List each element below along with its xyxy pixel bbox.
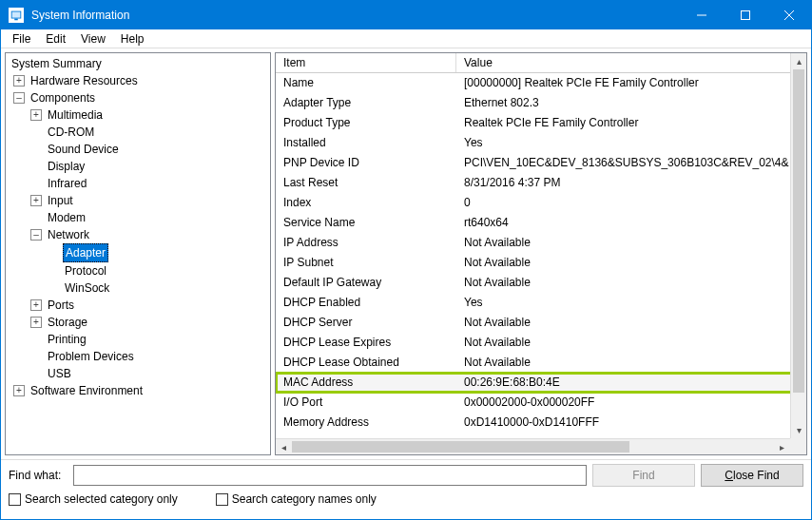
collapse-icon[interactable]: – (30, 229, 42, 241)
collapse-icon[interactable]: – (13, 92, 25, 104)
detail-item: IP Address (283, 233, 464, 253)
app-icon (9, 8, 24, 23)
scroll-left-icon[interactable]: ◂ (276, 439, 292, 454)
detail-row[interactable]: DHCP EnabledYes (276, 293, 806, 313)
minimize-button[interactable] (680, 1, 724, 29)
detail-header: Item Value (276, 53, 806, 73)
detail-value: Not Available (464, 273, 799, 293)
detail-value: Not Available (464, 233, 799, 253)
detail-body: Name[00000000] Realtek PCIe FE Family Co… (276, 73, 806, 433)
detail-row[interactable]: Default IP GatewayNot Available (276, 273, 806, 293)
detail-row[interactable]: DHCP ServerNot Available (276, 313, 806, 333)
detail-row[interactable]: DHCP Lease ExpiresNot Available (276, 333, 806, 353)
detail-item: PNP Device ID (283, 153, 464, 173)
tree-item-usb[interactable]: USB (10, 365, 266, 382)
tree-item-software-environment[interactable]: +Software Environment (10, 382, 266, 399)
scroll-thumb[interactable] (292, 441, 629, 453)
tree-item-network[interactable]: –Network (10, 226, 266, 243)
detail-row[interactable]: I/O Port0x00002000-0x000020FF (276, 393, 806, 413)
menu-help[interactable]: Help (113, 31, 152, 47)
find-input[interactable] (73, 465, 587, 486)
detail-value: 0 (464, 193, 799, 213)
detail-row[interactable]: Last Reset8/31/2016 4:37 PM (276, 173, 806, 193)
tree-item-system-summary[interactable]: System Summary (10, 55, 266, 72)
vertical-scrollbar[interactable]: ▴ ▾ (790, 53, 806, 438)
expand-icon[interactable]: + (30, 299, 42, 311)
menu-edit[interactable]: Edit (38, 31, 73, 47)
tree-item-winsock[interactable]: WinSock (10, 279, 266, 297)
search-selected-checkbox[interactable]: Search selected category only (9, 492, 178, 506)
find-button[interactable]: Find (592, 464, 695, 487)
checkbox-icon (216, 493, 228, 506)
detail-row[interactable]: IP AddressNot Available (276, 233, 806, 253)
detail-value: Realtek PCIe FE Family Controller (464, 113, 799, 133)
detail-value: 0xD1410000-0xD1410FFF (464, 413, 799, 433)
detail-row[interactable]: DHCP Lease ObtainedNot Available (276, 353, 806, 373)
checkbox-icon (9, 493, 21, 506)
tree-item-problem-devices[interactable]: Problem Devices (10, 348, 266, 365)
search-names-checkbox[interactable]: Search category names only (216, 492, 377, 506)
tree-item-components[interactable]: –Components (10, 89, 266, 106)
detail-row[interactable]: InstalledYes (276, 133, 806, 153)
maximize-button[interactable] (724, 1, 767, 29)
tree-item-ports[interactable]: +Ports (10, 297, 266, 314)
detail-item: Default IP Gateway (283, 273, 464, 293)
tree-item-multimedia[interactable]: +Multimedia (10, 106, 266, 124)
detail-row[interactable]: MAC Address00:26:9E:68:B0:4E (276, 373, 806, 393)
detail-row[interactable]: PNP Device IDPCI\VEN_10EC&DEV_8136&SUBSY… (276, 153, 806, 173)
tree-item-adapter[interactable]: Adapter (10, 243, 266, 262)
detail-row[interactable]: Memory Address0xD1410000-0xD1410FFF (276, 413, 806, 433)
tree-item-infrared[interactable]: Infrared (10, 175, 266, 192)
expand-icon[interactable]: + (30, 195, 42, 206)
detail-value: [00000000] Realtek PCIe FE Family Contro… (464, 73, 799, 93)
detail-item: DHCP Server (283, 313, 464, 333)
tree-item-display[interactable]: Display (10, 158, 266, 175)
close-find-button[interactable]: Close Find (701, 464, 803, 487)
tree-item-input[interactable]: +Input (10, 192, 266, 209)
expand-icon[interactable]: + (30, 109, 42, 121)
tree-item-protocol[interactable]: Protocol (10, 262, 266, 279)
detail-row[interactable]: IP SubnetNot Available (276, 253, 806, 273)
svg-rect-1 (12, 12, 21, 18)
detail-item: Last Reset (283, 173, 464, 193)
window-title: System Information (31, 9, 680, 22)
detail-row[interactable]: Adapter TypeEthernet 802.3 (276, 93, 806, 113)
expand-icon[interactable]: + (30, 317, 42, 328)
detail-value: PCI\VEN_10EC&DEV_8136&SUBSYS_306B103C&RE… (464, 153, 799, 173)
detail-row[interactable]: Product TypeRealtek PCIe FE Family Contr… (276, 113, 806, 133)
detail-pane: Item Value Name[00000000] Realtek PCIe F… (275, 52, 807, 455)
tree-item-storage[interactable]: +Storage (10, 314, 266, 331)
detail-value: Yes (464, 133, 799, 153)
close-button[interactable] (767, 1, 811, 29)
scroll-thumb[interactable] (793, 69, 804, 393)
expand-icon[interactable]: + (13, 75, 25, 87)
detail-row[interactable]: Service Namert640x64 (276, 213, 806, 233)
tree-item-modem[interactable]: Modem (10, 209, 266, 226)
detail-item: I/O Port (283, 393, 464, 413)
tree-item-printing[interactable]: Printing (10, 331, 266, 348)
menu-view[interactable]: View (73, 31, 113, 47)
titlebar[interactable]: System Information (1, 1, 811, 29)
detail-value: Yes (464, 293, 799, 313)
detail-row[interactable]: Name[00000000] Realtek PCIe FE Family Co… (276, 73, 806, 93)
scroll-down-icon[interactable]: ▾ (791, 422, 806, 438)
scroll-up-icon[interactable]: ▴ (791, 53, 806, 69)
scroll-right-icon[interactable]: ▸ (774, 439, 790, 454)
detail-item: DHCP Lease Expires (283, 333, 464, 353)
tree-item-cdrom[interactable]: CD-ROM (10, 124, 266, 141)
tree-item-sound-device[interactable]: Sound Device (10, 141, 266, 158)
expand-icon[interactable]: + (13, 385, 25, 396)
column-item[interactable]: Item (276, 53, 456, 72)
menubar: File Edit View Help (1, 29, 811, 48)
menu-file[interactable]: File (5, 31, 38, 47)
detail-item: DHCP Enabled (283, 293, 464, 313)
detail-value: 8/31/2016 4:37 PM (464, 173, 799, 193)
detail-item: Index (283, 193, 464, 213)
detail-value: Ethernet 802.3 (464, 93, 799, 113)
horizontal-scrollbar[interactable]: ◂ ▸ (276, 438, 790, 454)
column-value[interactable]: Value (456, 53, 806, 72)
tree-pane: System Summary +Hardware Resources –Comp… (5, 52, 271, 455)
footer: Find what: Find Close Find Search select… (1, 459, 811, 510)
tree-item-hardware-resources[interactable]: +Hardware Resources (10, 72, 266, 89)
detail-row[interactable]: Index0 (276, 193, 806, 213)
